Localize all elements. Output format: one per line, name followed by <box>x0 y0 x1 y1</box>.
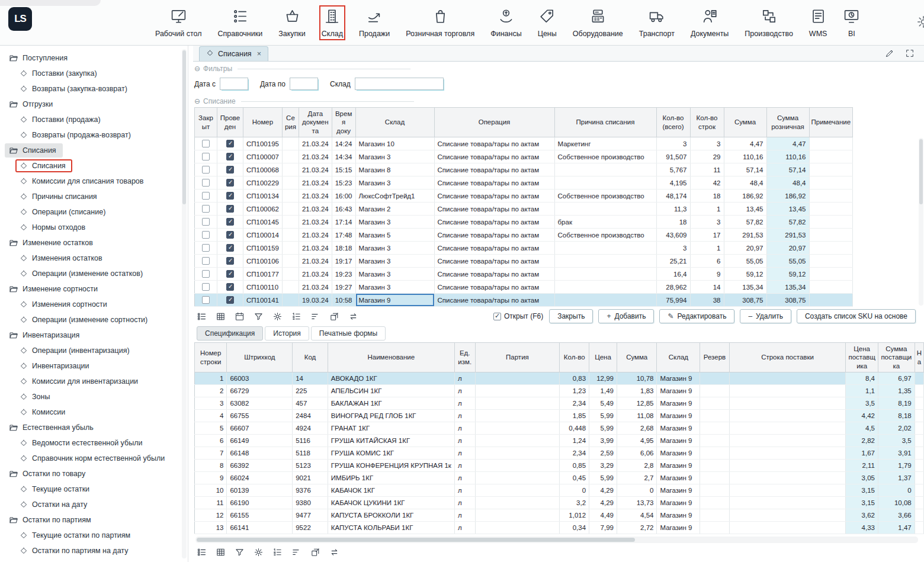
spec-column-header[interactable]: Сумма поставщика <box>878 343 915 372</box>
tree-group-естественная-убыль[interactable]: Естественная убыль <box>0 420 188 435</box>
collapse-doc-icon[interactable]: ⊖ <box>194 97 200 105</box>
spec-column-header[interactable]: Строка поставки <box>729 343 846 372</box>
nav-item-production[interactable]: Производство <box>745 8 793 38</box>
closed-checkbox[interactable] <box>202 283 210 291</box>
doc-column-header[interactable]: Кол-во строк <box>690 108 724 137</box>
grid-icon[interactable] <box>216 311 226 322</box>
doc-row[interactable]: СП10006821.03.2415:15Магазин 8Списание т… <box>195 163 853 176</box>
nav-item-purchases[interactable]: Закупки <box>278 8 306 38</box>
tree-item-остатки-на-дату[interactable]: Остатки на дату <box>0 497 188 512</box>
spec-column-header[interactable]: Ед. изм. <box>454 343 475 372</box>
approved-checkbox[interactable] <box>226 179 234 187</box>
approved-checkbox[interactable] <box>226 140 234 147</box>
doc-column-header[interactable]: Закрыт <box>195 108 217 137</box>
tab-spisaniya[interactable]: Списания × <box>199 46 268 61</box>
tree-item-операции-инвентаризация-[interactable]: Операции (инвентаризация) <box>0 343 188 358</box>
expand-icon[interactable] <box>905 49 915 60</box>
spec-column-header[interactable]: Кол-во <box>560 343 589 372</box>
doc-column-header[interactable]: Примечание <box>809 108 853 137</box>
grid-icon[interactable] <box>216 547 226 557</box>
tree-item-операции-изменение-сортности-[interactable]: Операции (изменение сортности) <box>0 312 188 327</box>
tree-group-отгрузки[interactable]: Отгрузки <box>0 97 188 112</box>
tree-group-изменение-сортности[interactable]: Изменение сортности <box>0 281 188 297</box>
closed-checkbox[interactable] <box>202 153 210 160</box>
appearance-gear-icon[interactable] <box>916 14 924 31</box>
doc-row[interactable]: СП10015921.03.2418:18Магазин 3Списание т… <box>195 242 853 255</box>
spec-column-header[interactable]: Наименование <box>328 343 454 372</box>
row-select-icon[interactable] <box>197 547 207 557</box>
approved-checkbox[interactable] <box>226 166 234 174</box>
spec-column-header[interactable]: Партия <box>475 343 560 372</box>
closed-checkbox[interactable] <box>202 166 210 174</box>
spec-row[interactable]: 13661419522КАПУСТА КОЛЬРАБИ 1КГл0,347,99… <box>195 522 924 534</box>
nav-item-documents[interactable]: Документы <box>691 8 729 38</box>
approved-checkbox[interactable] <box>226 296 234 304</box>
tree-item-изменения-сортности[interactable]: Изменения сортности <box>0 297 188 312</box>
doc-table-scrollbar[interactable] <box>919 138 923 306</box>
detail-tab-печатные-формы[interactable]: Печатные формы <box>311 326 386 341</box>
nav-item-equipment[interactable]: Оборудование <box>573 8 623 38</box>
doc-column-header[interactable]: Операция <box>434 108 554 137</box>
tree-group-инвентаризация[interactable]: Инвентаризация <box>0 327 188 343</box>
tree-item-причины-списания[interactable]: Причины списания <box>0 189 188 204</box>
closed-checkbox[interactable] <box>202 231 210 239</box>
delete-button[interactable]: –Удалить <box>740 309 791 323</box>
calendar-icon[interactable] <box>235 311 245 322</box>
tree-group-поступления[interactable]: Поступления <box>0 50 188 66</box>
spec-row[interactable]: 12661559477КАПУСТА БРОККОЛИ 1КГл1,0124,4… <box>195 509 924 522</box>
tree-item-изменения-остатков[interactable]: Изменения остатков <box>0 251 188 266</box>
collapse-filters-icon[interactable]: ⊖ <box>194 65 200 73</box>
nav-item-warehouse[interactable]: Склад <box>322 8 343 38</box>
doc-column-header[interactable]: Сумма <box>724 108 766 137</box>
tree-item-комиссии[interactable]: Комиссии <box>0 404 188 420</box>
spec-horizontal-scrollbar[interactable] <box>195 537 918 543</box>
nav-item-finance[interactable]: Финансы <box>490 8 521 38</box>
sidebar-scrollbar[interactable] <box>182 49 187 558</box>
closed-checkbox[interactable] <box>202 296 210 304</box>
sort-icon[interactable] <box>291 547 301 557</box>
tab-close-icon[interactable]: × <box>257 50 261 58</box>
closed-checkbox[interactable] <box>202 244 210 252</box>
tree-item-операции-изменение-остатков-[interactable]: Операции (изменение остатков) <box>0 266 188 281</box>
approved-checkbox[interactable] <box>226 153 234 160</box>
approved-checkbox[interactable] <box>226 192 234 200</box>
closed-checkbox[interactable] <box>202 270 210 278</box>
tree-item-нормы-отходов[interactable]: Нормы отходов <box>0 220 188 235</box>
filter-icon[interactable] <box>235 547 245 557</box>
tree-item-текущие-остатки[interactable]: Текущие остатки <box>0 481 188 497</box>
nav-item-retail[interactable]: Розничная торговля <box>406 8 474 38</box>
date-from-input[interactable] <box>220 78 248 90</box>
nav-item-transport[interactable]: Транспорт <box>639 8 675 38</box>
spec-row[interactable]: 7661485118ГРУША КОМИС 1КГл2,342,596,06Ма… <box>195 447 924 460</box>
spec-column-header[interactable]: Склад <box>657 343 700 372</box>
spec-column-header[interactable]: Цена поставщика <box>846 343 878 372</box>
close-button[interactable]: Закрыть <box>549 309 593 323</box>
tree-item-зоны[interactable]: Зоны <box>0 389 188 404</box>
approved-checkbox[interactable] <box>226 283 234 291</box>
warehouse-filter-input[interactable] <box>355 78 444 90</box>
detail-tab-история[interactable]: История <box>265 326 309 341</box>
tree-item-ведомости-естественной-убыли[interactable]: Ведомости естественной убыли <box>0 435 188 451</box>
doc-column-header[interactable]: Сумма розничная <box>766 108 809 137</box>
closed-checkbox[interactable] <box>202 179 210 187</box>
closed-checkbox[interactable] <box>202 257 210 265</box>
doc-row[interactable]: СП10019521.03.2414:24Магазин 10Списание … <box>195 137 853 150</box>
open-f6-checkbox[interactable]: Открыт (F6) <box>493 312 543 320</box>
tree-group-остатки-по-товару[interactable]: Остатки по товару <box>0 466 188 481</box>
tree-item-инвентаризации[interactable]: Инвентаризации <box>0 358 188 374</box>
approved-checkbox[interactable] <box>226 218 234 226</box>
nav-item-prices[interactable]: Цены <box>538 8 557 38</box>
tree-item-партии[interactable]: Партии <box>0 558 188 562</box>
spec-column-header[interactable]: Штрихкод <box>227 343 293 372</box>
doc-column-header[interactable]: Кол-во (всего) <box>656 108 690 137</box>
nav-item-bi[interactable]: BI <box>843 8 860 38</box>
tree-item-комиссии-для-инвентаризации[interactable]: Комиссии для инвентаризации <box>0 374 188 389</box>
spec-row[interactable]: 6661495116ГРУША КИТАЙСКАЯ 1КГл1,243,994,… <box>195 435 924 447</box>
tree-item-справочник-норм-естественной-убыли[interactable]: Справочник норм естественной убыли <box>0 451 188 466</box>
doc-row[interactable]: СП10014521.03.2417:14Магазин 3Списание т… <box>195 216 853 229</box>
detail-tab-спецификация[interactable]: Спецификация <box>197 326 263 341</box>
tree-group-остатки-по-партиям[interactable]: Остатки по партиям <box>0 512 188 528</box>
add-button[interactable]: +Добавить <box>598 309 654 323</box>
tree-item-списания[interactable]: Списания <box>0 158 188 174</box>
filter-icon[interactable] <box>254 311 264 322</box>
